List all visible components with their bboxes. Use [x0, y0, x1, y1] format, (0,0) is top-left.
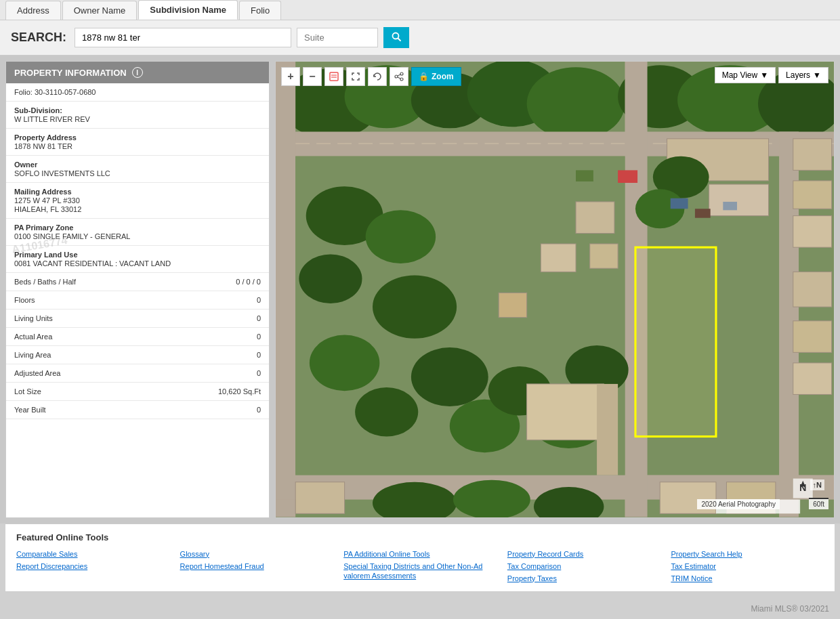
adjusted-area-value: 0 [257, 369, 261, 377]
share-button[interactable] [390, 67, 408, 86]
footer-col-2: PA Additional Online Tools Special Taxin… [343, 549, 497, 583]
map-scale: 60ft [809, 498, 828, 509]
link-glossary[interactable]: Glossary [180, 550, 209, 558]
svg-rect-52 [295, 482, 344, 514]
footer: Featured Online Tools Comparable Sales R… [5, 524, 835, 591]
link-comparable-sales[interactable]: Comparable Sales [16, 550, 78, 558]
info-icon[interactable]: i [132, 67, 143, 78]
zoom-in-button[interactable]: + [281, 67, 300, 86]
subdivision-value: W LITTLE RIVER REV [14, 115, 261, 123]
suite-input[interactable] [297, 28, 378, 47]
svg-point-36 [355, 387, 418, 436]
property-rows: Folio: 30-3110-057-0680 Sub-Division: W … [6, 83, 269, 419]
mailing-label: Mailing Address [14, 188, 261, 196]
footer-links: Comparable Sales Report Discrepancies Gl… [16, 549, 824, 583]
link-special-taxing[interactable]: Special Taxing Districts and Other Non-A… [343, 562, 482, 580]
svg-rect-50 [597, 384, 618, 475]
svg-point-34 [373, 276, 457, 339]
zoom-out-button[interactable]: − [303, 67, 322, 86]
svg-rect-19 [793, 216, 832, 248]
folio-row: Folio: 30-3110-057-0680 [6, 83, 269, 102]
svg-line-68 [398, 74, 400, 76]
lot-size-row: Lot Size 10,620 Sq.Ft [6, 383, 269, 401]
north-arrow: ↑N [810, 479, 824, 490]
scale-text: 60ft [813, 500, 824, 508]
link-report-homestead-fraud[interactable]: Report Homestead Fraud [180, 562, 264, 570]
tab-address[interactable]: Address [5, 1, 61, 20]
svg-rect-27 [671, 198, 688, 209]
link-property-record-cards[interactable]: Property Record Cards [507, 550, 584, 558]
living-units-value: 0 [257, 314, 261, 322]
link-property-search-help[interactable]: Property Search Help [671, 550, 742, 558]
link-trim-notice[interactable]: TRIM Notice [671, 574, 712, 582]
tab-bar: Address Owner Name Subdivision Name Foli… [0, 0, 840, 20]
svg-rect-44 [590, 244, 618, 268]
mailing-row: Mailing Address 1275 W 47 PL #330 HIALEA… [6, 183, 269, 219]
tab-folio[interactable]: Folio [239, 1, 281, 20]
svg-rect-62 [330, 72, 338, 81]
living-area-value: 0 [257, 351, 261, 359]
fullscreen-button[interactable] [346, 67, 365, 86]
svg-line-69 [398, 77, 400, 79]
svg-point-66 [400, 78, 403, 81]
layers-button[interactable]: Layers ▼ [778, 67, 828, 83]
main-layout: PROPERTY INFORMATION i Folio: 30-3110-05… [0, 56, 840, 524]
folio-value: 30-3110-057-0680 [35, 88, 96, 96]
tab-subdivision-name[interactable]: Subdivision Name [138, 0, 238, 20]
link-report-discrepancies[interactable]: Report Discrepancies [16, 562, 87, 570]
svg-point-32 [366, 210, 436, 263]
footer-col-0: Comparable Sales Report Discrepancies [16, 549, 169, 583]
svg-point-67 [395, 75, 398, 78]
land-use-row: Primary Land Use 0081 VACANT RESIDENTIAL… [6, 246, 269, 273]
property-panel: PROPERTY INFORMATION i Folio: 30-3110-05… [5, 61, 270, 518]
svg-rect-21 [793, 321, 832, 353]
search-input[interactable] [75, 28, 291, 47]
edit-button[interactable] [324, 67, 343, 86]
pa-zone-label: PA Primary Zone [14, 223, 261, 232]
layers-label: Layers [786, 70, 810, 80]
owner-label: Owner [14, 161, 261, 169]
map-controls-right: Map View ▼ Layers ▼ [715, 67, 828, 83]
year-built-value: 0 [257, 406, 261, 414]
year-built-row: Year Built 0 [6, 401, 269, 419]
living-area-label: Living Area [14, 351, 51, 359]
svg-point-37 [411, 347, 488, 406]
address-value: 1878 NW 81 TER [14, 142, 261, 150]
svg-point-35 [310, 335, 379, 391]
zoom-label-button[interactable]: 🔒 Zoom [411, 67, 461, 86]
tab-owner-name[interactable]: Owner Name [62, 1, 138, 20]
link-tax-estimator[interactable]: Tax Estimator [671, 562, 716, 570]
search-bar: SEARCH: [0, 20, 840, 56]
link-pa-tools[interactable]: PA Additional Online Tools [343, 550, 429, 558]
svg-rect-45 [527, 384, 604, 440]
adjusted-area-label: Adjusted Area [14, 369, 61, 377]
map-view-label: Map View [722, 70, 757, 80]
search-button[interactable] [383, 27, 409, 48]
svg-rect-47 [618, 170, 637, 183]
pa-zone-value: 0100 SINGLE FAMILY - GENERAL [14, 232, 261, 240]
map-attribution: 2020 Aerial Photography [697, 499, 780, 509]
actual-area-value: 0 [257, 333, 261, 341]
refresh-button[interactable] [368, 67, 387, 86]
floors-label: Floors [14, 296, 35, 304]
panel-title: PROPERTY INFORMATION [14, 68, 127, 78]
panel-header: PROPERTY INFORMATION i [6, 62, 269, 83]
address-row: Property Address 1878 NW 81 TER [6, 129, 269, 156]
svg-point-33 [299, 255, 362, 303]
owner-row: Owner SOFLO INVESTMENTS LLC [6, 156, 269, 183]
svg-rect-13 [276, 62, 295, 517]
pa-zone-row: PA Primary Zone 0100 SINGLE FAMILY - GEN… [6, 219, 269, 246]
land-use-value: 0081 VACANT RESIDENTIAL : VACANT LAND [14, 259, 261, 268]
svg-rect-48 [576, 170, 593, 182]
svg-rect-22 [793, 363, 832, 395]
link-tax-comparison[interactable]: Tax Comparison [507, 562, 561, 570]
map-view-button[interactable]: Map View ▼ [715, 67, 776, 83]
svg-rect-17 [793, 139, 832, 171]
svg-rect-42 [576, 202, 614, 234]
floors-row: Floors 0 [6, 291, 269, 310]
footer-col-4: Property Search Help Tax Estimator TRIM … [671, 549, 824, 583]
layers-chevron: ▼ [813, 70, 821, 80]
link-property-taxes[interactable]: Property Taxes [507, 574, 557, 582]
map-container[interactable]: N + − 🔒 Zoom [275, 61, 835, 518]
subdivision-label: Sub-Division: [14, 106, 261, 114]
